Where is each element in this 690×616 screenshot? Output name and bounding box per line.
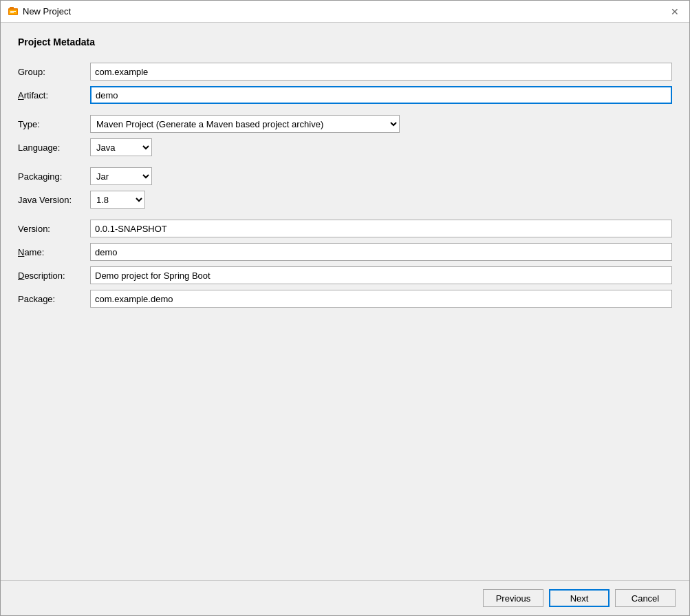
title-bar-left: New Project — [8, 6, 71, 17]
language-label: Language: — [18, 138, 90, 158]
package-input[interactable] — [90, 290, 672, 308]
language-field: Java Kotlin Groovy — [90, 136, 672, 159]
close-button[interactable]: ✕ — [667, 4, 682, 19]
group-input[interactable] — [90, 63, 672, 81]
package-label: Package: — [18, 289, 90, 309]
spacer-1 — [18, 107, 672, 112]
name-field — [90, 240, 672, 264]
artifact-input[interactable] — [90, 86, 672, 104]
new-project-dialog: New Project ✕ Project Metadata Group: Ar… — [0, 0, 690, 616]
svg-rect-2 — [9, 10, 17, 14]
svg-rect-4 — [10, 12, 14, 13]
cancel-button[interactable]: Cancel — [615, 589, 676, 607]
spacer-3 — [18, 211, 672, 217]
type-label: Type: — [18, 114, 90, 134]
svg-rect-3 — [10, 11, 16, 12]
name-label: Name: — [18, 242, 90, 262]
title-bar: New Project ✕ — [1, 1, 689, 23]
group-label: Group: — [18, 62, 90, 82]
next-button[interactable]: Next — [549, 589, 610, 607]
artifact-field — [90, 83, 672, 107]
version-field — [90, 217, 672, 240]
form-grid: Group: Artifact: Type: Maven Project (Ge… — [18, 60, 672, 310]
type-field: Maven Project (Generate a Maven based pr… — [90, 112, 672, 136]
dialog-content: Project Metadata Group: Artifact: Type: … — [1, 23, 689, 580]
version-input[interactable] — [90, 220, 672, 237]
name-input[interactable] — [90, 243, 672, 261]
description-label: Description: — [18, 266, 90, 286]
type-select[interactable]: Maven Project (Generate a Maven based pr… — [90, 115, 400, 133]
section-title: Project Metadata — [18, 36, 672, 47]
spacer-2 — [18, 159, 672, 164]
dialog-footer: Previous Next Cancel — [1, 580, 689, 615]
description-input[interactable] — [90, 266, 672, 284]
java-version-label: Java Version: — [18, 190, 90, 210]
previous-button[interactable]: Previous — [483, 589, 543, 607]
window-title: New Project — [23, 6, 71, 17]
description-field — [90, 264, 672, 287]
group-field — [90, 60, 672, 83]
version-label: Version: — [18, 219, 90, 239]
artifact-label: Artifact: — [18, 85, 90, 105]
project-icon — [8, 6, 19, 17]
java-version-select[interactable]: 1.8 11 17 — [90, 191, 145, 209]
package-field — [90, 287, 672, 310]
svg-rect-1 — [10, 7, 14, 9]
java-version-field: 1.8 11 17 — [90, 188, 672, 211]
packaging-field: Jar War — [90, 164, 672, 188]
language-select[interactable]: Java Kotlin Groovy — [90, 138, 152, 156]
packaging-select[interactable]: Jar War — [90, 167, 152, 185]
packaging-label: Packaging: — [18, 167, 90, 187]
